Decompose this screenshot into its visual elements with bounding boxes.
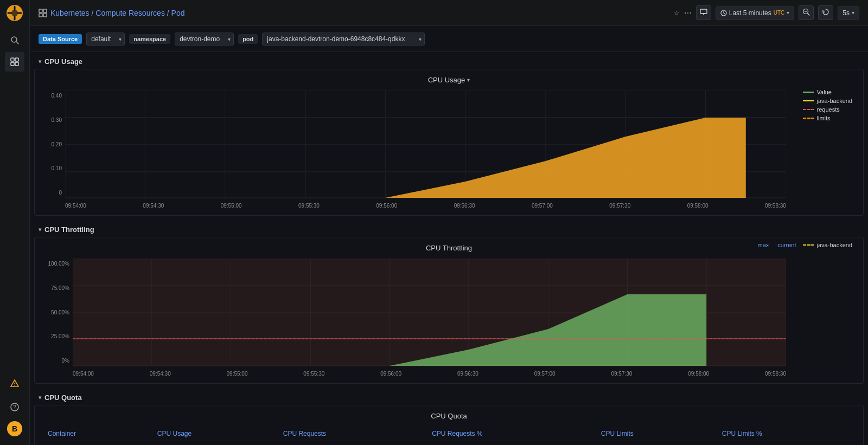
legend-java-backend-line	[803, 100, 814, 101]
col-cpu-requests: CPU Requests	[277, 427, 425, 441]
cpu-usage-legend: Value java-backend requests limits	[803, 89, 852, 121]
namespace-select-wrap[interactable]: devtron-demo	[175, 33, 234, 46]
refresh-icon	[822, 8, 829, 16]
grafana-logo[interactable]	[6, 4, 23, 22]
clock-icon	[720, 10, 727, 16]
svg-rect-21	[700, 9, 707, 14]
cpu-throttling-title: CPU Throttling	[44, 225, 94, 234]
svg-line-7	[16, 42, 18, 44]
pod-select[interactable]: java-backend-devtron-demo-6948c8c484-qdk…	[262, 33, 425, 46]
cpu-usage-chart-area: 0.40 0.30 0.20 0.10 0	[41, 91, 857, 209]
throttle-yaxis-0: 0%	[41, 358, 73, 364]
col-cpu-limits-pct: CPU Limits %	[716, 427, 857, 441]
cpu-throttling-chart-panel: CPU Throttling max current java-backend …	[34, 237, 864, 384]
yaxis-000: 0	[41, 190, 65, 196]
share-icon[interactable]: ⋯	[684, 9, 692, 17]
svg-rect-11	[15, 62, 18, 66]
legend-value-line	[803, 92, 814, 93]
main-content: Kubernetes / Compute Resources / Pod ☆ ⋯…	[30, 0, 868, 445]
svg-rect-17	[39, 9, 42, 12]
topbar: Kubernetes / Compute Resources / Pod ☆ ⋯…	[30, 0, 868, 26]
throttle-legend-java-backend: java-backend	[803, 242, 852, 248]
cpu-usage-chart-panel: CPU Usage ▾ Value java-backend requests	[34, 69, 864, 216]
sidebar-bottom: ? B	[5, 373, 24, 441]
cpu-quota-table-header: Container CPU Usage CPU Requests CPU Req…	[41, 427, 857, 441]
svg-rect-10	[11, 62, 14, 66]
cpu-usage-xaxis: 09:54:00 09:54:30 09:55:00 09:55:30 09:5…	[65, 201, 786, 209]
time-range-button[interactable]: Last 5 minutes UTC ▾	[716, 7, 795, 20]
cpu-usage-area	[385, 118, 746, 198]
throttle-yaxis-25: 25.00%	[41, 333, 73, 339]
avatar[interactable]: B	[7, 421, 22, 436]
col-cpu-limits: CPU Limits	[595, 427, 716, 441]
svg-rect-8	[11, 58, 14, 61]
cpu-quota-table-title: CPU Quota	[41, 412, 857, 420]
cpu-throttling-svg-container: 09:54:00 09:54:30 09:55:00 09:55:30 09:5…	[73, 259, 786, 377]
col-cpu-requests-pct: CPU Requests %	[425, 427, 595, 441]
cpu-usage-svg-container: 09:54:00 09:54:30 09:55:00 09:55:30 09:5…	[65, 91, 786, 209]
cpu-throttling-section-header[interactable]: ▾ CPU Throttling	[30, 220, 868, 237]
yaxis-010: 0.10	[41, 165, 65, 171]
breadcrumb-text: Kubernetes / Compute Resources / Pod	[50, 9, 184, 17]
throttle-cols: max current	[758, 242, 796, 248]
chart-title-dropdown-icon[interactable]: ▾	[467, 77, 470, 83]
svg-line-29	[808, 14, 810, 16]
zoom-out-icon	[802, 8, 810, 16]
sidebar: ? B	[0, 0, 30, 445]
cpu-quota-section-header[interactable]: ▾ CPU Quota	[30, 388, 868, 405]
cpu-usage-section-header[interactable]: ▾ CPU Usage	[30, 52, 868, 69]
refresh-interval-button[interactable]: 5s ▾	[838, 7, 859, 20]
svg-line-26	[724, 13, 725, 14]
svg-text:?: ?	[13, 404, 16, 410]
namespace-label: namespace	[129, 34, 170, 44]
cpu-usage-svg	[65, 91, 786, 199]
cpu-usage-chart-title: CPU Usage ▾	[41, 76, 857, 84]
interval-chevron-icon: ▾	[852, 10, 854, 16]
legend-requests-line	[803, 109, 814, 110]
zoom-out-button[interactable]	[799, 5, 814, 20]
table-row: 0.00 0 - - - -	[41, 441, 857, 446]
pod-label: pod	[238, 34, 258, 44]
cpu-quota-chevron-icon: ▾	[39, 395, 41, 401]
datasource-select-wrap[interactable]: default	[86, 33, 125, 46]
sidebar-item-alert[interactable]	[5, 373, 24, 393]
col-cpu-usage: CPU Usage	[151, 427, 277, 441]
cpu-throttling-chart-area: 100.00% 75.00% 50.00% 25.00% 0%	[41, 259, 857, 377]
content-area: ▾ CPU Usage CPU Usage ▾ Value java-backe…	[30, 52, 868, 445]
legend-limits-line	[803, 118, 814, 119]
namespace-select[interactable]: devtron-demo	[175, 33, 234, 46]
cpu-usage-chevron-icon: ▾	[39, 59, 41, 65]
svg-rect-20	[43, 14, 47, 17]
datasource-select[interactable]: default	[86, 33, 125, 46]
throttle-yaxis-75: 75.00%	[41, 285, 73, 291]
svg-rect-19	[39, 14, 42, 17]
datasource-label: Data Source	[39, 34, 82, 44]
cpu-throttling-xaxis: 09:54:00 09:54:30 09:55:00 09:55:30 09:5…	[73, 369, 786, 377]
breadcrumb: Kubernetes / Compute Resources / Pod	[39, 9, 669, 17]
sidebar-item-help[interactable]: ?	[5, 397, 24, 417]
filterbar: Data Source default namespace devtron-de…	[30, 26, 868, 52]
cpu-usage-title: CPU Usage	[44, 57, 82, 66]
tv-mode-button[interactable]	[696, 5, 711, 20]
svg-point-14	[14, 385, 15, 386]
cpu-throttling-chart-title: CPU Throttling	[41, 244, 857, 252]
pod-select-wrap[interactable]: java-backend-devtron-demo-6948c8c484-qdk…	[262, 33, 425, 46]
legend-limits: limits	[803, 115, 852, 121]
sidebar-item-dashboards[interactable]	[5, 52, 24, 72]
throttle-yaxis-50: 50.00%	[41, 309, 73, 315]
throttle-yaxis-100: 100.00%	[41, 261, 73, 267]
refresh-button[interactable]	[818, 5, 833, 20]
svg-point-1	[11, 10, 18, 16]
yaxis-020: 0.20	[41, 141, 65, 147]
throttle-line	[803, 244, 814, 246]
svg-rect-9	[15, 58, 18, 61]
yaxis-030: 0.30	[41, 117, 65, 123]
sidebar-item-search[interactable]	[5, 30, 24, 50]
grid-icon	[39, 9, 47, 17]
star-icon[interactable]: ☆	[674, 9, 680, 17]
cpu-throttling-chevron-icon: ▾	[39, 227, 41, 233]
yaxis-040: 0.40	[41, 93, 65, 99]
cpu-throttling-svg	[73, 259, 786, 367]
cpu-quota-panel: CPU Quota Container CPU Usage CPU Reques…	[34, 405, 864, 445]
svg-rect-18	[43, 9, 47, 12]
